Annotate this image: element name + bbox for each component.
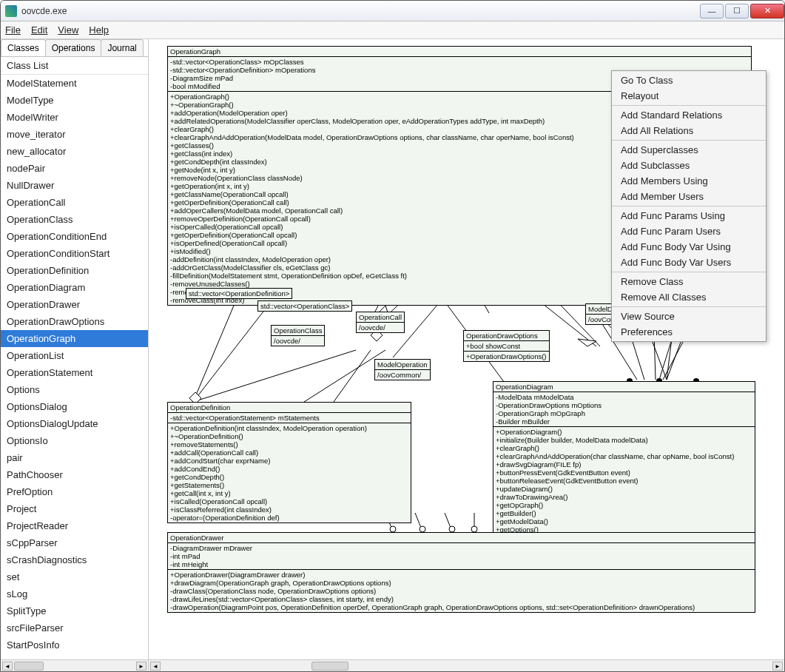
context-menu-item[interactable]: Add Members Using xyxy=(612,173,766,189)
context-menu-item[interactable]: Remove All Classes xyxy=(612,289,766,305)
window-title: oovcde.exe xyxy=(21,6,698,16)
titlebar: oovcde.exe — ☐ ✕ xyxy=(1,1,784,21)
context-menu-item[interactable]: Add Superclasses xyxy=(612,142,766,158)
menubar: File Edit View Help xyxy=(1,21,784,39)
uml-vec-opclass[interactable]: std::vector<OperationClass> xyxy=(257,300,352,312)
sidebar-tabs: Classes Operations Journal xyxy=(1,39,148,57)
class-list-item[interactable]: new_allocator xyxy=(1,143,148,160)
scroll-right-icon[interactable]: ► xyxy=(136,662,146,671)
class-list-item[interactable]: sCppParser xyxy=(1,534,148,551)
canvas-hscroll[interactable]: ◄ ► xyxy=(149,659,784,671)
svg-point-61 xyxy=(471,526,477,532)
scroll-thumb[interactable] xyxy=(14,662,44,671)
menu-view[interactable]: View xyxy=(58,24,78,36)
scroll-left-icon[interactable]: ◄ xyxy=(2,662,13,671)
class-list-item[interactable]: OperationCall xyxy=(1,194,148,211)
class-list-item[interactable]: NullDrawer xyxy=(1,177,148,194)
context-menu-item[interactable]: Relayout xyxy=(612,88,766,104)
class-list-item[interactable]: sLog xyxy=(1,585,148,602)
class-list-item[interactable]: OperationDefinition xyxy=(1,262,148,279)
menu-file[interactable]: File xyxy=(5,24,21,36)
class-list-item[interactable]: Project xyxy=(1,500,148,517)
context-menu-item[interactable]: Add Func Body Var Users xyxy=(612,255,766,270)
class-list-item[interactable]: OperationClass xyxy=(1,211,148,228)
sidebar: Classes Operations Journal Class List Mo… xyxy=(1,39,149,671)
app-icon xyxy=(5,5,17,17)
class-list-item[interactable]: OperationDiagram xyxy=(1,279,148,296)
context-menu-item[interactable]: Preferences xyxy=(612,324,766,340)
class-list-item[interactable]: OptionsDialog xyxy=(1,398,148,415)
class-list-item[interactable]: StartPosInfo xyxy=(1,636,148,653)
context-menu-item[interactable]: Go To Class xyxy=(612,73,766,88)
svg-point-60 xyxy=(449,526,455,532)
class-list-item[interactable]: move_iterator xyxy=(1,126,148,143)
uml-operationdrawoptions[interactable]: OperationDrawOptions +bool showConst +Op… xyxy=(463,330,550,362)
class-list-item[interactable]: sCrashDiagnostics xyxy=(1,551,148,568)
class-list-item[interactable]: ModelType xyxy=(1,92,148,109)
class-list-item[interactable]: OperationList xyxy=(1,347,148,364)
class-list-item[interactable]: Options xyxy=(1,381,148,398)
class-list-item[interactable]: SplitType xyxy=(1,602,148,619)
diagram-area: OperationGraph -std::vector<OperationCla… xyxy=(149,39,784,671)
sidebar-hscroll[interactable]: ◄ ► xyxy=(1,659,148,671)
uml-operationdiagram[interactable]: OperationDiagram -ModelData mModelData-O… xyxy=(493,381,755,535)
context-menu-item[interactable]: Add Subclasses xyxy=(612,158,766,173)
class-list[interactable]: ModelStatementModelTypeModelWritermove_i… xyxy=(1,75,148,659)
class-list-item[interactable]: ModelWriter xyxy=(1,109,148,126)
class-list-item[interactable]: nodePair xyxy=(1,160,148,177)
context-menu-item[interactable]: Add Standard Relations xyxy=(612,107,766,123)
menu-help[interactable]: Help xyxy=(89,24,109,36)
svg-point-58 xyxy=(390,526,396,532)
class-list-item[interactable]: OperationDrawOptions xyxy=(1,313,148,330)
class-list-item[interactable]: ModelStatement xyxy=(1,75,148,92)
context-menu-item[interactable]: Remove Class xyxy=(612,274,766,289)
class-list-item[interactable]: OptionsDialogUpdate xyxy=(1,415,148,432)
class-list-item[interactable]: OperationConditionStart xyxy=(1,245,148,262)
close-button[interactable]: ✕ xyxy=(750,4,784,19)
app-window: oovcde.exe — ☐ ✕ File Edit View Help Cla… xyxy=(0,0,785,672)
svg-line-23 xyxy=(334,350,371,402)
minimize-button[interactable]: — xyxy=(700,4,724,19)
class-list-item[interactable]: ProjectReader xyxy=(1,517,148,534)
context-menu-item[interactable]: Add Func Param Users xyxy=(612,224,766,239)
svg-line-21 xyxy=(193,297,237,402)
class-list-item[interactable]: OperationDrawer xyxy=(1,296,148,313)
window-controls: — ☐ ✕ xyxy=(698,4,784,19)
scroll-left-icon[interactable]: ◄ xyxy=(150,662,161,671)
uml-modeloperation[interactable]: ModelOperation /oovCommon/ xyxy=(374,359,431,380)
uml-operationdefinition[interactable]: OperationDefinition -std::vector<Operati… xyxy=(167,402,411,523)
uml-operationcall[interactable]: OperationCall /oovcde/ xyxy=(356,312,405,333)
tab-operations[interactable]: Operations xyxy=(45,39,102,56)
context-menu-item[interactable]: Add Func Params Using xyxy=(612,208,766,224)
tab-journal[interactable]: Journal xyxy=(101,39,143,56)
class-list-item[interactable]: PathChooser xyxy=(1,466,148,483)
class-list-item[interactable]: set xyxy=(1,568,148,585)
class-list-label: Class List xyxy=(1,57,148,75)
svg-point-59 xyxy=(420,526,425,532)
context-menu-item[interactable]: Add Func Body Var Using xyxy=(612,239,766,255)
maximize-button[interactable]: ☐ xyxy=(725,4,749,19)
context-menu-item[interactable]: View Source xyxy=(612,309,766,324)
tab-classes[interactable]: Classes xyxy=(1,39,46,56)
svg-line-30 xyxy=(193,350,356,402)
context-menu[interactable]: Go To ClassRelayoutAdd Standard Relation… xyxy=(611,70,767,342)
uml-operationdrawer[interactable]: OperationDrawer -DiagramDrawer mDrawer-i… xyxy=(167,532,755,613)
class-list-item[interactable]: OperationGraph xyxy=(1,330,148,347)
diagram-canvas[interactable]: OperationGraph -std::vector<OperationCla… xyxy=(149,39,784,659)
scroll-thumb[interactable] xyxy=(311,662,348,671)
context-menu-item[interactable]: Add Member Users xyxy=(612,189,766,204)
class-list-item[interactable]: OptionsIo xyxy=(1,432,148,449)
menu-edit[interactable]: Edit xyxy=(31,24,47,36)
class-list-item[interactable]: PrefOption xyxy=(1,483,148,500)
svg-line-24 xyxy=(304,350,385,402)
class-list-item[interactable]: srcFileParser xyxy=(1,619,148,636)
class-list-item[interactable]: pair xyxy=(1,449,148,466)
class-list-item[interactable]: OperationStatement xyxy=(1,364,148,381)
uml-vec-opdef[interactable]: std::vector<OperationDefinition> xyxy=(186,288,292,299)
svg-line-22 xyxy=(193,302,271,402)
scroll-right-icon[interactable]: ► xyxy=(772,662,783,671)
class-list-item[interactable]: OperationConditionEnd xyxy=(1,228,148,245)
context-menu-item[interactable]: Add All Relations xyxy=(612,123,766,138)
uml-operationclass[interactable]: OperationClass /oovcde/ xyxy=(271,325,325,346)
